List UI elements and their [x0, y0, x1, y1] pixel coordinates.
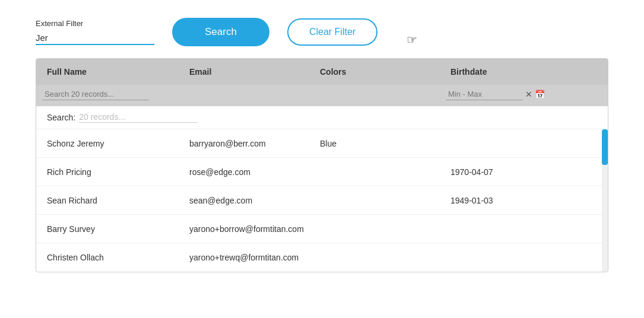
cell-email: rose@edge.com [185, 163, 315, 182]
cell-birthdate [446, 139, 602, 148]
col-header-colors: Colors [315, 65, 446, 79]
data-rows-container: Schonz Jeremy barryaron@berr.com Blue Ri… [36, 129, 608, 272]
external-filter-group: External Filter [36, 19, 154, 45]
full-name-filter-cell [42, 88, 185, 100]
cell-email: yarono+trewq@formtitan.com [185, 248, 315, 267]
table-row: Christen Ollach yarono+trewq@formtitan.c… [36, 243, 608, 272]
col-header-full-name: Full Name [42, 65, 185, 79]
cell-birthdate: 1949-01-03 [446, 191, 602, 210]
table-header-row: Full Name Email Colors Birthdate [36, 59, 608, 85]
scrollbar-track[interactable] [602, 129, 608, 272]
external-filter-label: External Filter [36, 19, 154, 28]
table-filter-row: ✕ 📅 [36, 85, 608, 106]
top-section: External Filter Search Clear Filter [0, 0, 644, 58]
cell-full-name: Sean Richard [42, 191, 185, 210]
data-table: Full Name Email Colors Birthdate ✕ 📅 Sea… [36, 58, 608, 272]
cell-birthdate [446, 253, 602, 262]
cell-colors [315, 196, 446, 205]
scrollbar-thumb[interactable] [602, 129, 608, 165]
table-row: Schonz Jeremy barryaron@berr.com Blue [36, 129, 608, 158]
table-row: Rich Pricing rose@edge.com 1970-04-07 [36, 158, 608, 186]
calendar-icon[interactable]: 📅 [535, 90, 545, 99]
external-filter-input[interactable] [36, 31, 154, 45]
search-label-value: 20 records... [79, 112, 198, 123]
date-clear-icon[interactable]: ✕ [525, 90, 532, 99]
cell-colors [315, 224, 446, 234]
cell-email: yarono+borrow@formtitan.com [185, 220, 315, 238]
date-filter-cell: ✕ 📅 [446, 88, 602, 100]
col-header-email: Email [185, 65, 315, 79]
search-button[interactable]: Search [172, 18, 269, 46]
clear-filter-button[interactable]: Clear Filter [287, 18, 377, 46]
cell-full-name: Barry Survey [42, 220, 185, 238]
table-row: Sean Richard sean@edge.com 1949-01-03 [36, 186, 608, 215]
cell-full-name: Rich Pricing [42, 163, 185, 182]
cell-email: sean@edge.com [185, 191, 315, 210]
cell-birthdate [446, 224, 602, 234]
search-label-text: Search: [47, 113, 75, 122]
cell-birthdate: 1970-04-07 [446, 163, 602, 182]
cell-colors [315, 253, 446, 262]
date-filter-input[interactable] [446, 88, 523, 100]
cell-colors: Blue [315, 134, 446, 153]
cell-colors [315, 167, 446, 177]
search-label-row: Search: 20 records... [36, 106, 608, 129]
cell-full-name: Schonz Jeremy [42, 134, 185, 153]
cell-email: barryaron@berr.com [185, 134, 315, 153]
cell-full-name: Christen Ollach [42, 248, 185, 267]
table-row: Barry Survey yarono+borrow@formtitan.com [36, 215, 608, 243]
col-header-birthdate: Birthdate [446, 65, 602, 79]
full-name-filter-input[interactable] [42, 88, 149, 100]
